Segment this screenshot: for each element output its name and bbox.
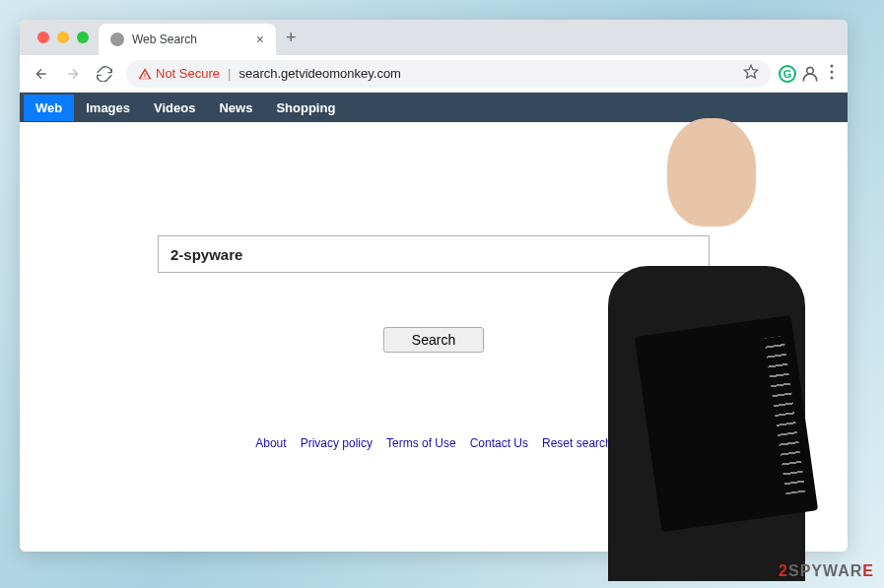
svg-point-4 (831, 76, 834, 79)
not-secure-label: Not Secure (156, 66, 220, 81)
maximize-window-button[interactable] (77, 32, 89, 43)
new-tab-button[interactable]: + (276, 28, 306, 48)
back-button[interactable] (28, 60, 55, 88)
search-nav-web[interactable]: Web (24, 95, 74, 121)
reload-button[interactable] (91, 60, 118, 88)
search-category-nav: Web Images Videos News Shopping (20, 93, 848, 122)
watermark: 2SPYWARE (779, 562, 874, 580)
forward-button[interactable] (59, 60, 87, 88)
footer-links: About Privacy policy Terms of Use Contac… (255, 436, 611, 450)
search-nav-images[interactable]: Images (74, 95, 142, 121)
warning-icon (138, 67, 152, 81)
svg-point-3 (831, 70, 834, 73)
footer-link-contact[interactable]: Contact Us (470, 436, 528, 450)
navigation-bar: Not Secure | search.getvideomonkey.com G (20, 55, 848, 93)
url-text: search.getvideomonkey.com (238, 66, 401, 81)
minimize-window-button[interactable] (57, 32, 69, 43)
address-bar[interactable]: Not Secure | search.getvideomonkey.com (126, 60, 771, 88)
footer-link-about[interactable]: About (255, 436, 286, 450)
browser-menu-button[interactable] (824, 64, 840, 84)
close-window-button[interactable] (37, 32, 49, 43)
window-controls (28, 32, 99, 43)
search-nav-news[interactable]: News (207, 95, 264, 121)
tab-bar: Web Search × + (20, 20, 848, 55)
bookmark-star-icon[interactable] (743, 64, 759, 83)
tab-title: Web Search (132, 33, 197, 46)
page-content: Web Images Videos News Shopping Search A… (20, 93, 848, 552)
footer-link-terms[interactable]: Terms of Use (386, 436, 456, 450)
watermark-suffix: E (862, 562, 874, 579)
tab-favicon-icon (110, 33, 124, 46)
url-separator: | (228, 66, 231, 81)
security-indicator[interactable]: Not Secure (138, 66, 220, 81)
footer-link-privacy[interactable]: Privacy policy (301, 436, 373, 450)
browser-tab[interactable]: Web Search × (99, 24, 276, 55)
search-input[interactable] (158, 235, 710, 273)
browser-window: Web Search × + Not Secure | search.getvi… (20, 20, 848, 552)
search-button[interactable]: Search (383, 327, 484, 353)
profile-button[interactable] (800, 64, 820, 84)
watermark-digit: 2 (779, 562, 788, 579)
close-tab-button[interactable]: × (256, 32, 264, 47)
footer-link-reset[interactable]: Reset search (542, 436, 612, 450)
extension-grammarly-icon[interactable]: G (779, 65, 796, 83)
svg-marker-0 (744, 65, 757, 78)
search-nav-shopping[interactable]: Shopping (264, 95, 347, 121)
watermark-text: SPYWAR (788, 562, 862, 579)
svg-point-1 (807, 67, 814, 74)
search-nav-videos[interactable]: Videos (142, 95, 207, 121)
address-bar-actions (743, 64, 759, 83)
svg-point-2 (831, 64, 834, 67)
search-main-area: Search About Privacy policy Terms of Use… (20, 122, 848, 552)
